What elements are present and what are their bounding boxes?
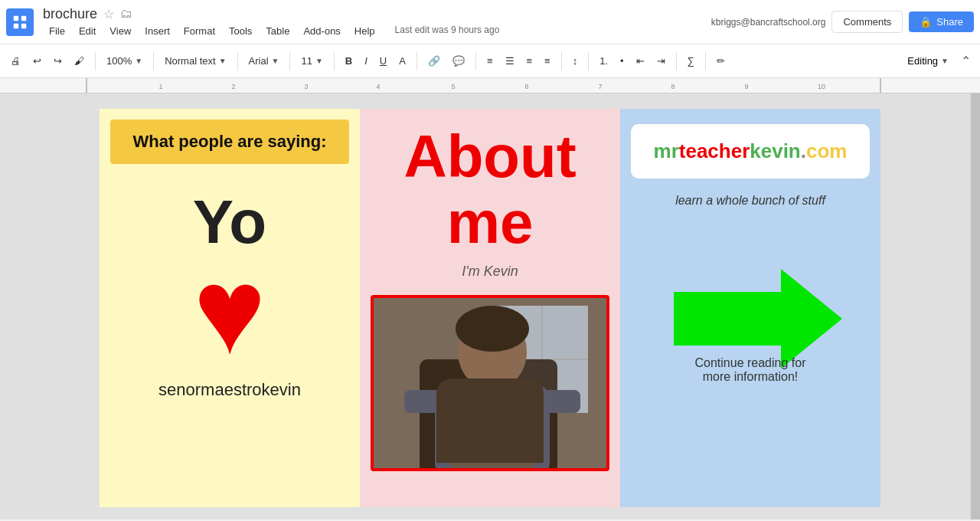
svg-text:7: 7 — [598, 83, 602, 90]
menu-file[interactable]: File — [43, 24, 71, 38]
lock-icon: 🔒 — [920, 16, 932, 28]
folder-icon[interactable]: 🗂 — [120, 7, 132, 21]
text-color-button[interactable]: A — [394, 52, 410, 70]
svg-text:5: 5 — [451, 83, 455, 90]
print-button[interactable]: 🖨 — [6, 52, 25, 70]
menu-format[interactable]: Format — [178, 24, 221, 38]
collapse-toolbar-button[interactable]: ⌃ — [958, 51, 974, 71]
page-3: mrteacherkevin.com learn a whole bunch o… — [620, 109, 880, 507]
menu-tools[interactable]: Tools — [223, 24, 258, 38]
menu-table[interactable]: Table — [260, 24, 296, 38]
line-spacing-button[interactable]: ↕ — [568, 52, 583, 70]
svg-marker-27 — [674, 269, 842, 369]
separator7 — [475, 52, 476, 70]
comment-button[interactable]: 💬 — [448, 52, 469, 70]
separator1 — [95, 52, 96, 70]
formula-button[interactable]: ∑ — [683, 52, 699, 70]
scrollbar-right[interactable] — [971, 93, 980, 519]
editing-chevron: ▼ — [941, 57, 949, 65]
svg-rect-23 — [435, 386, 550, 471]
svg-rect-3 — [21, 23, 26, 28]
editing-dropdown[interactable]: Editing ▼ — [901, 52, 955, 70]
size-value: 11 — [301, 55, 312, 67]
page1-name: senormaestrokevin — [100, 380, 360, 400]
photo-frame — [371, 295, 609, 471]
align-justify-button[interactable]: ≡ — [540, 52, 555, 70]
top-right: kbriggs@bancraftschool.org Comments 🔒 Sh… — [711, 11, 974, 33]
undo-button[interactable]: ↩ — [28, 52, 46, 70]
menu-edit[interactable]: Edit — [73, 24, 102, 38]
separator10 — [676, 52, 677, 70]
style-chevron: ▼ — [219, 57, 227, 65]
page3-tagline: learn a whole bunch of stuff — [620, 194, 880, 208]
doc-title-area: brochure ☆ 🗂 File Edit View Insert Forma… — [43, 6, 711, 38]
doc-title-row: brochure ☆ 🗂 — [43, 6, 711, 22]
svg-point-22 — [456, 306, 529, 352]
svg-rect-0 — [14, 15, 18, 20]
menu-addons[interactable]: Add-ons — [297, 24, 346, 38]
italic-button[interactable]: I — [360, 52, 372, 70]
bold-button[interactable]: B — [341, 52, 357, 70]
pages-container: What people are saying: Yo ♥ senormaestr… — [0, 93, 980, 519]
link-button[interactable]: 🔗 — [423, 52, 445, 70]
share-label: Share — [936, 16, 963, 28]
size-select[interactable]: 11 ▼ — [296, 52, 327, 70]
page2-subtitle: I'm Kevin — [360, 264, 620, 280]
photo-placeholder — [374, 298, 606, 468]
menu-view[interactable]: View — [103, 24, 137, 38]
star-icon[interactable]: ☆ — [103, 7, 114, 21]
style-value: Normal text — [165, 55, 215, 67]
logo-kevin: kevin — [750, 139, 801, 162]
page1-header: What people are saying: — [110, 120, 349, 164]
separator6 — [416, 52, 417, 70]
separator8 — [561, 52, 562, 70]
app-icon — [6, 8, 34, 36]
page-2: About me I'm Kevin — [360, 109, 620, 507]
zoom-value: 100% — [106, 55, 132, 67]
heart-symbol: ♥ — [100, 250, 360, 372]
unordered-list-button[interactable]: • — [616, 52, 629, 70]
align-center-button[interactable]: ☰ — [501, 52, 519, 70]
editing-label: Editing — [907, 55, 938, 67]
decrease-indent-button[interactable]: ⇤ — [632, 52, 649, 70]
comments-button[interactable]: Comments — [831, 11, 903, 33]
menu-help[interactable]: Help — [348, 24, 381, 38]
zoom-chevron: ▼ — [135, 57, 142, 65]
separator4 — [289, 52, 290, 70]
continue-text: Continue reading for — [695, 356, 806, 369]
font-select[interactable]: Arial ▼ — [244, 52, 284, 70]
separator3 — [237, 52, 238, 70]
zoom-select[interactable]: 100% ▼ — [102, 52, 147, 70]
style-select[interactable]: Normal text ▼ — [160, 52, 230, 70]
ruler: 1 2 3 4 5 6 7 8 9 10 — [0, 78, 980, 93]
page2-title: About me — [360, 109, 620, 256]
separator9 — [588, 52, 589, 70]
underline-button[interactable]: U — [375, 52, 391, 70]
font-chevron: ▼ — [272, 57, 279, 65]
user-email: kbriggs@bancraftschool.org — [711, 17, 826, 28]
font-value: Arial — [249, 55, 269, 67]
svg-text:6: 6 — [524, 83, 528, 90]
logo-com: com — [806, 139, 847, 162]
increase-indent-button[interactable]: ⇥ — [652, 52, 670, 70]
align-left-button[interactable]: ≡ — [482, 52, 498, 70]
align-right-button[interactable]: ≡ — [522, 52, 537, 70]
doc-title[interactable]: brochure — [43, 6, 97, 22]
ordered-list-button[interactable]: 1. — [595, 52, 612, 70]
green-arrow — [674, 269, 827, 346]
canvas-area: What people are saying: Yo ♥ senormaestr… — [0, 93, 980, 519]
separator5 — [334, 52, 335, 70]
svg-text:4: 4 — [376, 83, 380, 90]
menu-insert[interactable]: Insert — [139, 24, 176, 38]
svg-rect-2 — [14, 23, 18, 28]
svg-rect-24 — [404, 390, 443, 413]
svg-rect-25 — [542, 390, 580, 413]
toolbar: 🖨 ↩ ↪ 🖌 100% ▼ Normal text ▼ Arial ▼ 11 … — [0, 44, 980, 78]
redo-button[interactable]: ↪ — [49, 52, 67, 70]
svg-text:1: 1 — [158, 83, 162, 90]
paint-format-button[interactable]: 🖌 — [70, 52, 89, 70]
svg-text:3: 3 — [304, 83, 308, 90]
editing-mode-icon[interactable]: ✏ — [712, 52, 730, 70]
top-bar: brochure ☆ 🗂 File Edit View Insert Forma… — [0, 0, 980, 44]
share-button[interactable]: 🔒 Share — [909, 11, 974, 32]
